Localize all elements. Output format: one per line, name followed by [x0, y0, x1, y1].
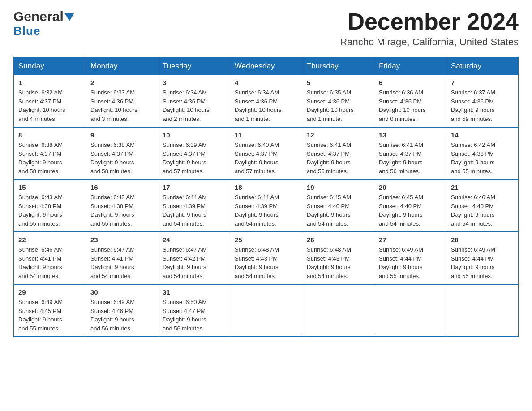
calendar-day-cell: 1 Sunrise: 6:32 AM Sunset: 4:37 PM Dayli…: [14, 75, 86, 127]
day-number: 27: [379, 236, 442, 244]
calendar-day-cell: 18 Sunrise: 6:44 AM Sunset: 4:39 PM Dayl…: [230, 180, 302, 232]
day-number: 5: [307, 79, 369, 86]
day-info: Sunrise: 6:35 AM Sunset: 4:36 PM Dayligh…: [307, 88, 369, 123]
calendar-day-cell: 10 Sunrise: 6:39 AM Sunset: 4:37 PM Dayl…: [158, 127, 230, 180]
logo: General Blue: [13, 9, 74, 38]
calendar-day-cell: 13 Sunrise: 6:41 AM Sunset: 4:37 PM Dayl…: [374, 127, 446, 180]
day-info: Sunrise: 6:43 AM Sunset: 4:38 PM Dayligh…: [90, 193, 153, 228]
calendar-day-cell: 9 Sunrise: 6:38 AM Sunset: 4:37 PM Dayli…: [86, 127, 158, 180]
day-of-week-header: Thursday: [302, 57, 374, 76]
calendar-table: SundayMondayTuesdayWednesdayThursdayFrid…: [13, 57, 519, 337]
calendar-day-cell: 28 Sunrise: 6:49 AM Sunset: 4:44 PM Dayl…: [446, 232, 519, 284]
calendar-day-cell: 23 Sunrise: 6:47 AM Sunset: 4:41 PM Dayl…: [86, 232, 158, 284]
logo-blue-text: Blue: [13, 24, 40, 38]
day-info: Sunrise: 6:49 AM Sunset: 4:44 PM Dayligh…: [451, 245, 514, 280]
day-of-week-header: Tuesday: [158, 57, 230, 76]
day-of-week-header: Wednesday: [230, 57, 302, 76]
calendar-day-cell: 22 Sunrise: 6:46 AM Sunset: 4:41 PM Dayl…: [14, 232, 86, 284]
calendar-day-cell: 14 Sunrise: 6:42 AM Sunset: 4:38 PM Dayl…: [446, 127, 519, 180]
day-info: Sunrise: 6:48 AM Sunset: 4:43 PM Dayligh…: [235, 245, 297, 280]
calendar-day-cell: [374, 284, 446, 337]
calendar-day-cell: 25 Sunrise: 6:48 AM Sunset: 4:43 PM Dayl…: [230, 232, 302, 284]
calendar-day-cell: 8 Sunrise: 6:38 AM Sunset: 4:37 PM Dayli…: [14, 127, 86, 180]
day-info: Sunrise: 6:38 AM Sunset: 4:37 PM Dayligh…: [18, 141, 81, 176]
day-info: Sunrise: 6:46 AM Sunset: 4:41 PM Dayligh…: [18, 245, 81, 280]
day-number: 12: [307, 131, 369, 139]
calendar-day-cell: 19 Sunrise: 6:45 AM Sunset: 4:40 PM Dayl…: [302, 180, 374, 232]
day-number: 25: [235, 236, 297, 244]
day-number: 11: [235, 131, 297, 139]
day-number: 4: [235, 79, 297, 86]
calendar-week-row: 15 Sunrise: 6:43 AM Sunset: 4:38 PM Dayl…: [14, 180, 519, 232]
calendar-day-cell: 12 Sunrise: 6:41 AM Sunset: 4:37 PM Dayl…: [302, 127, 374, 180]
day-number: 2: [90, 79, 153, 86]
calendar-day-cell: 7 Sunrise: 6:37 AM Sunset: 4:36 PM Dayli…: [446, 75, 519, 127]
day-info: Sunrise: 6:50 AM Sunset: 4:47 PM Dayligh…: [163, 298, 225, 333]
calendar-day-cell: 17 Sunrise: 6:44 AM Sunset: 4:39 PM Dayl…: [158, 180, 230, 232]
calendar-day-cell: [446, 284, 519, 337]
day-info: Sunrise: 6:39 AM Sunset: 4:37 PM Dayligh…: [163, 141, 225, 176]
day-of-week-header: Sunday: [14, 57, 86, 76]
calendar-day-cell: 26 Sunrise: 6:48 AM Sunset: 4:43 PM Dayl…: [302, 232, 374, 284]
calendar-day-cell: 5 Sunrise: 6:35 AM Sunset: 4:36 PM Dayli…: [302, 75, 374, 127]
day-info: Sunrise: 6:44 AM Sunset: 4:39 PM Dayligh…: [235, 193, 297, 228]
day-number: 8: [18, 131, 81, 139]
day-info: Sunrise: 6:49 AM Sunset: 4:46 PM Dayligh…: [90, 298, 153, 333]
day-info: Sunrise: 6:41 AM Sunset: 4:37 PM Dayligh…: [307, 141, 369, 176]
calendar-week-row: 22 Sunrise: 6:46 AM Sunset: 4:41 PM Dayl…: [14, 232, 519, 284]
day-number: 26: [307, 236, 369, 244]
day-info: Sunrise: 6:41 AM Sunset: 4:37 PM Dayligh…: [379, 141, 442, 176]
day-info: Sunrise: 6:45 AM Sunset: 4:40 PM Dayligh…: [379, 193, 442, 228]
day-info: Sunrise: 6:47 AM Sunset: 4:41 PM Dayligh…: [90, 245, 153, 280]
day-number: 22: [18, 236, 81, 244]
logo-general-text: General: [13, 9, 64, 24]
day-number: 9: [90, 131, 153, 139]
calendar-day-cell: 30 Sunrise: 6:49 AM Sunset: 4:46 PM Dayl…: [86, 284, 158, 337]
day-info: Sunrise: 6:34 AM Sunset: 4:36 PM Dayligh…: [163, 88, 225, 123]
calendar-week-row: 1 Sunrise: 6:32 AM Sunset: 4:37 PM Dayli…: [14, 75, 519, 127]
calendar-day-cell: 27 Sunrise: 6:49 AM Sunset: 4:44 PM Dayl…: [374, 232, 446, 284]
day-number: 29: [18, 288, 81, 296]
day-info: Sunrise: 6:45 AM Sunset: 4:40 PM Dayligh…: [307, 193, 369, 228]
day-info: Sunrise: 6:33 AM Sunset: 4:36 PM Dayligh…: [90, 88, 153, 123]
calendar-day-cell: 31 Sunrise: 6:50 AM Sunset: 4:47 PM Dayl…: [158, 284, 230, 337]
day-number: 6: [379, 79, 442, 86]
day-number: 20: [379, 184, 442, 191]
day-number: 18: [235, 184, 297, 191]
calendar-day-cell: 29 Sunrise: 6:49 AM Sunset: 4:45 PM Dayl…: [14, 284, 86, 337]
calendar-day-cell: 6 Sunrise: 6:36 AM Sunset: 4:36 PM Dayli…: [374, 75, 446, 127]
day-info: Sunrise: 6:49 AM Sunset: 4:45 PM Dayligh…: [18, 298, 81, 333]
day-info: Sunrise: 6:48 AM Sunset: 4:43 PM Dayligh…: [307, 245, 369, 280]
day-info: Sunrise: 6:40 AM Sunset: 4:37 PM Dayligh…: [235, 141, 297, 176]
day-info: Sunrise: 6:32 AM Sunset: 4:37 PM Dayligh…: [18, 88, 81, 123]
day-info: Sunrise: 6:47 AM Sunset: 4:42 PM Dayligh…: [163, 245, 225, 280]
day-info: Sunrise: 6:38 AM Sunset: 4:37 PM Dayligh…: [90, 141, 153, 176]
calendar-day-cell: 21 Sunrise: 6:46 AM Sunset: 4:40 PM Dayl…: [446, 180, 519, 232]
day-number: 23: [90, 236, 153, 244]
day-of-week-header: Monday: [86, 57, 158, 76]
calendar-day-cell: 20 Sunrise: 6:45 AM Sunset: 4:40 PM Dayl…: [374, 180, 446, 232]
month-year-title: December 2024: [340, 9, 519, 34]
day-info: Sunrise: 6:44 AM Sunset: 4:39 PM Dayligh…: [163, 193, 225, 228]
day-number: 14: [451, 131, 514, 139]
location-subtitle: Rancho Mirage, California, United States: [340, 36, 519, 48]
day-info: Sunrise: 6:46 AM Sunset: 4:40 PM Dayligh…: [451, 193, 514, 228]
svg-marker-0: [64, 13, 74, 21]
day-info: Sunrise: 6:36 AM Sunset: 4:36 PM Dayligh…: [379, 88, 442, 123]
logo-triangle-icon: [64, 13, 74, 22]
day-number: 1: [18, 79, 81, 86]
day-number: 28: [451, 236, 514, 244]
day-number: 10: [163, 131, 225, 139]
day-number: 21: [451, 184, 514, 191]
calendar-day-cell: 24 Sunrise: 6:47 AM Sunset: 4:42 PM Dayl…: [158, 232, 230, 284]
calendar-week-row: 8 Sunrise: 6:38 AM Sunset: 4:37 PM Dayli…: [14, 127, 519, 180]
calendar-day-cell: 2 Sunrise: 6:33 AM Sunset: 4:36 PM Dayli…: [86, 75, 158, 127]
calendar-day-cell: [230, 284, 302, 337]
calendar-week-row: 29 Sunrise: 6:49 AM Sunset: 4:45 PM Dayl…: [14, 284, 519, 337]
calendar-day-cell: 16 Sunrise: 6:43 AM Sunset: 4:38 PM Dayl…: [86, 180, 158, 232]
day-number: 24: [163, 236, 225, 244]
day-number: 17: [163, 184, 225, 191]
day-of-week-header: Saturday: [446, 57, 519, 76]
day-number: 19: [307, 184, 369, 191]
day-number: 31: [163, 288, 225, 296]
